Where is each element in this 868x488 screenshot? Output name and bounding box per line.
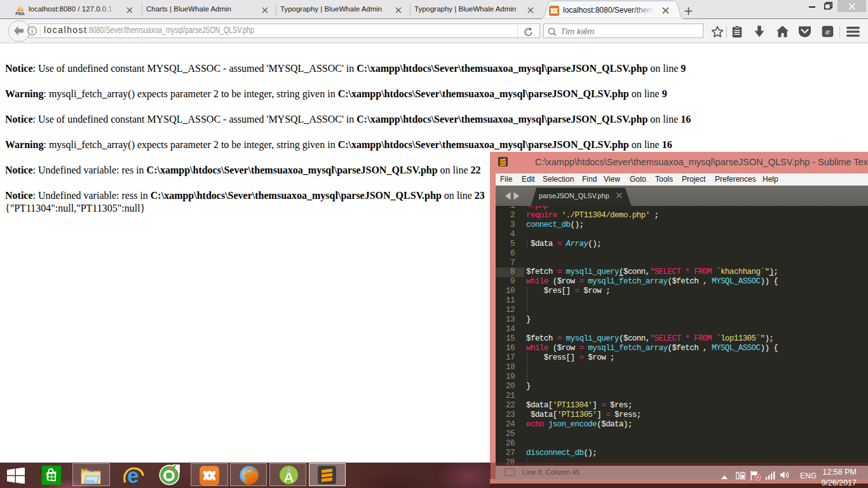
svg-text:æ: æ bbox=[825, 27, 830, 36]
svg-text:PMA: PMA bbox=[15, 11, 25, 16]
svg-text:e: e bbox=[127, 464, 139, 487]
